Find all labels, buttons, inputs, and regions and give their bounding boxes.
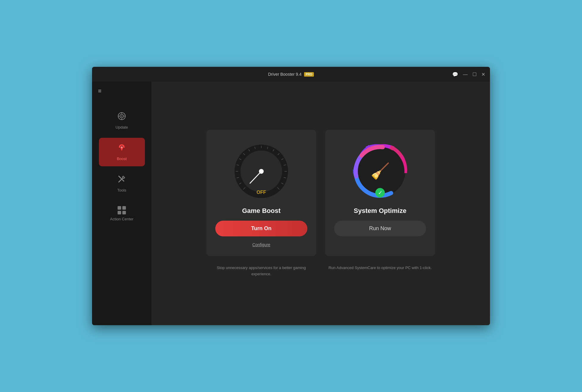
close-button[interactable]: ✕	[481, 72, 485, 77]
svg-point-2	[121, 116, 122, 117]
sidebar-item-boost-label: Boost	[117, 157, 126, 161]
sidebar-item-boost[interactable]: Boost	[99, 138, 145, 166]
boost-icon	[117, 143, 126, 154]
pro-badge: PRO	[304, 72, 314, 77]
update-icon	[117, 112, 126, 123]
app-window: Driver Booster 9.4 PRO 💬 — ☐ ✕ ≡	[92, 67, 490, 325]
window-controls: 💬 — ☐ ✕	[452, 72, 485, 77]
turn-on-button[interactable]: Turn On	[215, 221, 307, 236]
system-optimize-donut: 🧹 ✓	[350, 142, 410, 201]
app-name-text: Driver Booster 9.4	[268, 72, 302, 77]
title-bar: Driver Booster 9.4 PRO 💬 — ☐ ✕	[92, 67, 490, 82]
svg-point-7	[121, 146, 123, 148]
app-title: Driver Booster 9.4 PRO	[268, 72, 314, 77]
svg-line-10	[119, 176, 120, 178]
sidebar-item-update-label: Update	[116, 125, 128, 129]
sidebar-item-action-center[interactable]: Action Center	[99, 201, 145, 227]
gauge-status-label: OFF	[257, 190, 266, 195]
svg-point-33	[259, 169, 264, 174]
configure-link[interactable]: Configure	[252, 242, 271, 247]
action-center-icon	[118, 206, 126, 214]
sidebar-item-tools[interactable]: Tools	[99, 169, 145, 198]
descriptions-row: Stop unnecessary apps/services for a bet…	[163, 262, 478, 277]
cards-row: OFF Game Boost Turn On Configure	[163, 130, 478, 256]
game-boost-description: Stop unnecessary apps/services for a bet…	[206, 265, 316, 277]
content-area: OFF Game Boost Turn On Configure	[151, 82, 490, 325]
main-layout: ≡ Update	[92, 82, 490, 325]
broom-icon: 🧹	[371, 162, 390, 180]
hamburger-menu[interactable]: ≡	[98, 88, 102, 94]
tools-icon	[117, 175, 126, 186]
chat-icon[interactable]: 💬	[452, 72, 458, 77]
sidebar-item-update[interactable]: Update	[99, 106, 145, 135]
run-now-button[interactable]: Run Now	[334, 221, 426, 236]
check-badge: ✓	[375, 188, 385, 197]
sidebar-item-tools-label: Tools	[117, 188, 126, 192]
game-boost-card: OFF Game Boost Turn On Configure	[206, 130, 316, 256]
sidebar: ≡ Update	[92, 82, 151, 325]
system-optimize-description: Run Advanced SystemCare to optimize your…	[325, 265, 435, 271]
maximize-icon[interactable]: ☐	[472, 72, 477, 77]
sidebar-item-action-center-label: Action Center	[110, 217, 134, 221]
game-boost-title: Game Boost	[242, 207, 281, 215]
system-optimize-card: 🧹 ✓ System Optimize Run Now	[325, 130, 435, 256]
minimize-icon[interactable]: —	[463, 72, 468, 77]
system-optimize-title: System Optimize	[354, 207, 406, 215]
donut-center: 🧹	[371, 162, 390, 180]
game-boost-gauge: OFF	[232, 142, 291, 201]
